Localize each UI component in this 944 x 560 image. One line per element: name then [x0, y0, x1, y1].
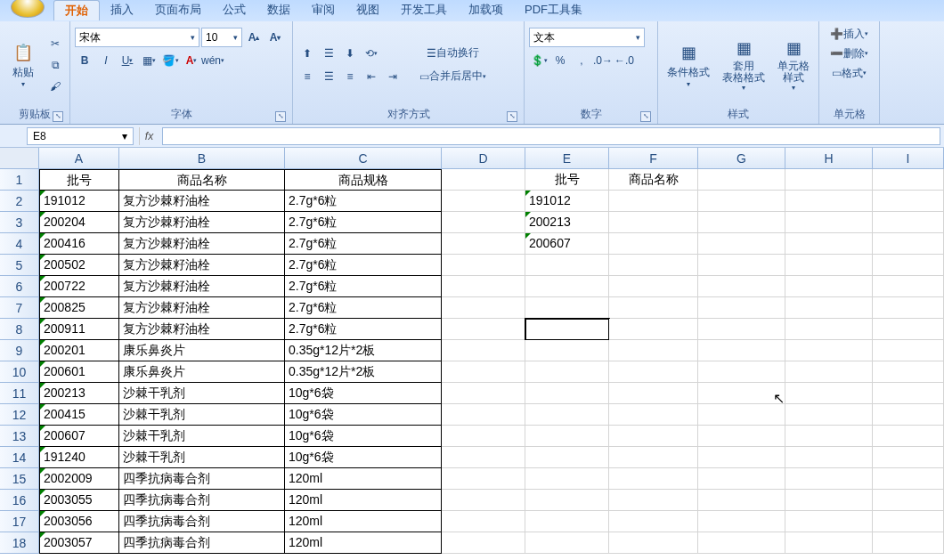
- cell[interactable]: [873, 340, 944, 361]
- cell[interactable]: 191240: [39, 447, 119, 468]
- font-color-button[interactable]: A▾: [182, 51, 201, 70]
- cell[interactable]: [442, 276, 525, 297]
- cell[interactable]: [698, 383, 785, 404]
- cell[interactable]: 200825: [39, 297, 119, 319]
- format-cells-button[interactable]: ▭ 格式 ▾: [826, 63, 873, 83]
- cell[interactable]: 200722: [39, 276, 119, 297]
- row-header-7[interactable]: 7: [0, 297, 39, 319]
- cell[interactable]: [609, 468, 698, 490]
- cell[interactable]: [698, 319, 785, 340]
- align-top-button[interactable]: ⬆: [297, 44, 317, 63]
- number-dialog-launcher[interactable]: ⤡: [640, 111, 651, 122]
- cell[interactable]: [873, 426, 944, 447]
- cell[interactable]: 四季抗病毒合剂: [119, 490, 285, 511]
- cell[interactable]: 10g*6袋: [285, 426, 442, 447]
- row-header-15[interactable]: 15: [0, 468, 39, 490]
- cell[interactable]: [442, 490, 525, 511]
- paste-button[interactable]: 📋 粘贴▾: [4, 29, 42, 101]
- cell[interactable]: 复方沙棘籽油栓: [119, 191, 285, 212]
- column-headers[interactable]: ABCDEFGHI: [39, 148, 944, 169]
- clipboard-dialog-launcher[interactable]: ⤡: [53, 111, 63, 122]
- cell[interactable]: [442, 532, 525, 554]
- format-as-table-button[interactable]: ▦套用 表格格式▾: [718, 29, 769, 101]
- select-all-corner[interactable]: [0, 148, 39, 169]
- cell[interactable]: [785, 404, 873, 426]
- cell[interactable]: [609, 319, 698, 340]
- percent-button[interactable]: %: [550, 51, 570, 70]
- cell[interactable]: [873, 383, 944, 404]
- cell[interactable]: [609, 233, 698, 255]
- row-header-6[interactable]: 6: [0, 276, 39, 297]
- cell[interactable]: [442, 447, 525, 468]
- italic-button[interactable]: I: [96, 51, 116, 70]
- cell[interactable]: [698, 426, 785, 447]
- cell[interactable]: [698, 276, 785, 297]
- cell[interactable]: [609, 383, 698, 404]
- cell[interactable]: [873, 511, 944, 532]
- cell[interactable]: [525, 297, 609, 319]
- fill-color-button[interactable]: 🪣▾: [160, 51, 180, 70]
- cell[interactable]: 2.7g*6粒: [285, 319, 442, 340]
- cell[interactable]: [609, 490, 698, 511]
- cut-button[interactable]: ✂: [45, 34, 65, 53]
- cell[interactable]: [442, 383, 525, 404]
- cell[interactable]: 复方沙棘籽油栓: [119, 319, 285, 340]
- tab-开始[interactable]: 开始: [53, 0, 100, 20]
- cell[interactable]: 191012: [525, 191, 609, 212]
- cell[interactable]: 200213: [39, 383, 119, 404]
- cell[interactable]: [873, 404, 944, 426]
- cell[interactable]: [785, 212, 873, 233]
- number-format-combo[interactable]: 文本▾: [529, 28, 645, 47]
- cell[interactable]: 10g*6袋: [285, 383, 442, 404]
- cell[interactable]: [873, 191, 944, 212]
- cell[interactable]: [609, 276, 698, 297]
- cell[interactable]: 200607: [39, 426, 119, 447]
- cell[interactable]: 200416: [39, 233, 119, 255]
- cell[interactable]: [442, 233, 525, 255]
- cell[interactable]: 10g*6袋: [285, 447, 442, 468]
- wrap-text-button[interactable]: ☰ 自动换行: [413, 44, 492, 63]
- cell[interactable]: [442, 340, 525, 361]
- cell[interactable]: 200502: [39, 255, 119, 276]
- cell[interactable]: 120ml: [285, 511, 442, 532]
- tab-页面布局[interactable]: 页面布局: [144, 0, 212, 20]
- cell[interactable]: 2003057: [39, 532, 119, 554]
- cell[interactable]: 复方沙棘籽油栓: [119, 233, 285, 255]
- cell[interactable]: [698, 511, 785, 532]
- cells-area[interactable]: 批号商品名称商品规格批号商品名称191012复方沙棘籽油栓2.7g*6粒1910…: [39, 169, 944, 554]
- cell[interactable]: [442, 297, 525, 319]
- cell[interactable]: [785, 340, 873, 361]
- cell[interactable]: 2.7g*6粒: [285, 276, 442, 297]
- col-header-C[interactable]: C: [285, 148, 442, 169]
- row-header-16[interactable]: 16: [0, 490, 39, 511]
- delete-cells-button[interactable]: ➖ 删除 ▾: [824, 44, 875, 63]
- cell[interactable]: 200911: [39, 319, 119, 340]
- cell[interactable]: [698, 191, 785, 212]
- insert-cells-button[interactable]: ➕ 插入 ▾: [824, 24, 875, 44]
- phonetic-button[interactable]: wén▾: [203, 51, 223, 70]
- cell[interactable]: [873, 297, 944, 319]
- cell[interactable]: [873, 255, 944, 276]
- row-header-4[interactable]: 4: [0, 233, 39, 255]
- increase-decimal-button[interactable]: .0→: [593, 51, 613, 70]
- row-header-1[interactable]: 1: [0, 169, 39, 191]
- decrease-decimal-button[interactable]: ←.0: [614, 51, 634, 70]
- cell[interactable]: [525, 511, 609, 532]
- cell[interactable]: [609, 426, 698, 447]
- cell[interactable]: [698, 404, 785, 426]
- cell[interactable]: [873, 490, 944, 511]
- cell[interactable]: [785, 169, 873, 191]
- cell[interactable]: 191012: [39, 191, 119, 212]
- cell[interactable]: [698, 490, 785, 511]
- cell[interactable]: [442, 361, 525, 383]
- orientation-button[interactable]: ⟲▾: [362, 44, 381, 63]
- cell[interactable]: [609, 340, 698, 361]
- formula-bar[interactable]: [162, 127, 940, 145]
- cell[interactable]: [698, 468, 785, 490]
- cell[interactable]: 2.7g*6粒: [285, 191, 442, 212]
- cell[interactable]: 200607: [525, 233, 609, 255]
- align-center-button[interactable]: ☰: [319, 67, 338, 86]
- row-header-10[interactable]: 10: [0, 361, 39, 383]
- cell[interactable]: [785, 426, 873, 447]
- cell[interactable]: [873, 233, 944, 255]
